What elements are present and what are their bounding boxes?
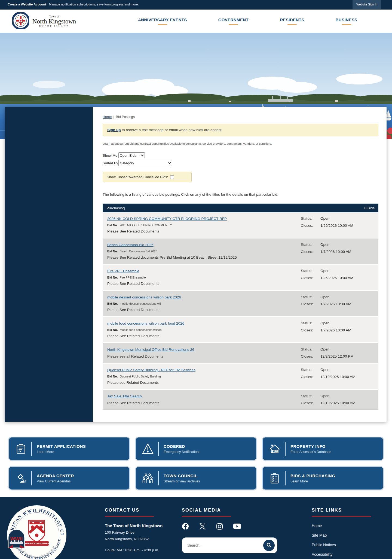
status-value: Open [320,269,374,273]
bid-title-link[interactable]: mobile dessert concessions wilson park 2… [107,295,181,299]
site-link[interactable]: Home [312,524,380,528]
account-message: Create a Website Account - Manage notifi… [8,3,139,6]
status-value: Open [320,394,374,398]
logo-town-name: North Kingstown [32,18,76,25]
closes-value: 1/29/2026 10:00 AM [320,223,374,228]
site-link[interactable]: Accessibility [312,552,380,557]
status-label: Status: [301,394,320,398]
quicklinks-section: PERMIT APPLICATIONSLearn MoreCODEREDEmer… [0,422,392,497]
site-links-section: SITE LINKS HomeSite MapPublic NoticesAcc… [312,507,380,559]
bid-title-link[interactable]: North Kingstown Municipal Office Bid Ren… [107,348,194,352]
contact-us-heading: CONTACT US [105,507,178,513]
bid-row: Beach Concession Bid 2026Bid No. Beach C… [103,238,378,265]
quicklink-button[interactable]: AGENDA CENTERView Current Agendas [9,467,129,489]
sorted-by-select[interactable]: Category [118,160,172,166]
site-link[interactable]: Site Map [312,533,380,537]
facebook-link[interactable] [182,523,189,531]
bid-title-link[interactable]: Beach Concession Bid 2026 [107,243,154,247]
bid-no-label: Bid No. [107,328,118,331]
bid-title-link[interactable]: Tax Sale Title Search [107,394,142,398]
logo-state: RHODE ISLAND [32,25,76,28]
show-closed-label: Show Closed/Awarded/Cancelled Bids: [107,175,168,179]
divider [285,442,286,456]
site-link[interactable]: Public Notices [312,543,380,547]
address-line-2: North Kingstown, RI 02852 [105,537,178,541]
divider [31,442,32,456]
bid-title-link[interactable]: 2026 NK COLD SPRING COMMUNITY CTR FLOORI… [107,217,227,221]
bid-status-block: Status:OpenCloses:12/19/2025 10:00 AM [301,367,374,385]
bid-title-link[interactable]: mobile food concessions wilson park food… [107,321,184,325]
bid-no-label: Bid No. [107,223,118,227]
left-sidebar [5,107,93,422]
bid-list: 2026 NK COLD SPRING COMMUNITY CTR FLOORI… [103,212,378,410]
svg-text:WWII: WWII [10,536,23,542]
bid-title-link[interactable]: Fire PPE Ensemble [107,269,139,273]
bid-row: Tax Sale Title SearchPlease See Related … [103,390,378,409]
top-bar: Create a Website Account - Manage notifi… [0,0,392,10]
quicklink-button[interactable]: CODEREDEmergency Notifications [136,437,256,460]
search-input[interactable] [187,543,263,548]
site-logo[interactable]: Town of North Kingstown RHODE ISLAND [12,12,76,30]
instagram-icon [216,523,223,531]
closes-label: Closes: [301,276,320,280]
closes-value: 1/7/2026 10:00 AM [320,302,374,306]
bid-count: 8 Bids [364,206,375,210]
x-link[interactable] [199,523,206,531]
bid-number-line: Bid No. Fire PPE Ensemble [107,276,295,279]
quicklink-button[interactable]: PERMIT APPLICATIONSLearn More [9,437,129,460]
status-label: Status: [301,216,320,220]
breadcrumb-home-link[interactable]: Home [103,115,112,119]
closes-label: Closes: [301,401,320,405]
show-me-select[interactable]: Open Bids [118,152,145,158]
show-closed-checkbox[interactable] [170,175,174,179]
status-value: Open [320,216,374,220]
quicklink-subtitle: Enter Assessor's Database [290,450,331,454]
quicklink-title: BIDS & PURCHASING [290,473,335,478]
bid-status-block: Status:OpenCloses:1/7/2026 10:00 AM [301,321,374,338]
website-sign-in-button[interactable]: Website Sign In [353,0,381,9]
bid-row: mobile dessert concessions wilson park 2… [103,291,378,317]
status-value: Open [320,243,374,247]
bid-no-value: mobile food concessions wilson [119,328,162,331]
signup-notice-text: to receive a text message or email when … [121,128,222,132]
quicklink-button[interactable]: PROPERTY INFOEnter Assessor's Database [263,437,383,460]
status-label: Status: [301,347,320,351]
search-button[interactable] [263,540,275,551]
account-message-bold: Create a Website Account [8,3,46,6]
people-icon [141,471,155,485]
youtube-icon [233,523,241,530]
checklist-icon [268,471,282,485]
permit-icon [14,442,28,456]
bid-number-line: Bid No. mobile food concessions wilson [107,328,295,331]
status-value: Open [320,295,374,299]
signup-notice: Sign up to receive a text message or ema… [103,124,378,136]
quicklink-title: CODERED [164,444,200,449]
svg-text:NORTH KINGSTOWN: NORTH KINGSTOWN [24,542,49,545]
address-line-1: 100 Fairway Drive [105,530,178,534]
gavel-icon [14,471,28,485]
sorted-by-label: Sorted By [103,161,118,165]
instagram-link[interactable] [216,523,223,531]
bid-row: mobile food concessions wilson park food… [103,317,378,343]
nav-item[interactable]: RESIDENTS [280,17,304,25]
nav-item[interactable]: GOVERNMENT [218,17,249,25]
nav-item[interactable]: BUSINESS [336,17,357,25]
nav-item[interactable]: ANNIVERSARY EVENTS [138,17,187,25]
bid-note: Please see all Related Documents [107,354,295,358]
facebook-icon [182,523,189,531]
contact-us-section: CONTACT US The Town of North Kingstown 1… [105,507,178,559]
search-box [182,537,277,553]
bid-status-block: Status:OpenCloses:1/29/2026 10:00 AM [301,216,374,233]
bid-title-link[interactable]: Quonset Public Safety Building - RFP for… [107,368,195,372]
bid-note: Please see Related Documents [107,380,295,385]
youtube-link[interactable] [233,523,241,530]
bid-status-block: Status:OpenCloses:12/3/2025 12:00 PM [301,347,374,358]
quicklink-button[interactable]: BIDS & PURCHASINGLearn More [263,467,383,489]
sign-up-link[interactable]: Sign up [107,128,121,132]
closes-value: 12/5/2025 10:00 AM [320,276,374,280]
quicklink-title: TOWN COUNCIL [164,473,200,478]
quicklink-subtitle: Learn More [37,450,86,454]
bid-table: Purchasing 8 Bids 2026 NK COLD SPRING CO… [103,204,378,410]
quicklink-button[interactable]: TOWN COUNCILStream or view archives [136,467,256,489]
quicklink-title: AGENDA CENTER [37,473,74,478]
